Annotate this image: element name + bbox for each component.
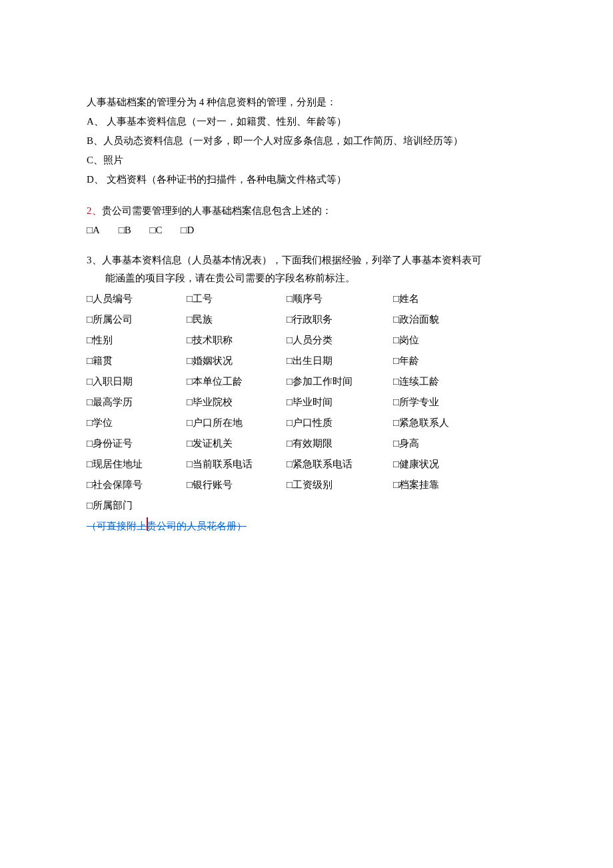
field-checkbox[interactable]: □毕业院校 (187, 393, 287, 411)
field-checkbox[interactable]: □连续工龄 (393, 373, 493, 391)
type-d: D、 文档资料（各种证书的扫描件，各种电脑文件格式等） (87, 171, 526, 189)
checkbox-c[interactable]: □C (149, 221, 162, 239)
q3-line2: 能涵盖的项目字段，请在贵公司需要的字段名称前标注。 (87, 269, 526, 287)
field-checkbox[interactable]: □有效期限 (287, 435, 393, 453)
field-checkbox[interactable]: □健康状况 (393, 455, 493, 473)
type-c: C、照片 (87, 151, 526, 169)
field-checkbox[interactable]: □婚姻状况 (187, 352, 287, 370)
field-checkbox[interactable]: □顺序号 (287, 290, 393, 308)
checkbox-d[interactable]: □D (181, 221, 194, 239)
field-checkbox[interactable]: □所属公司 (87, 311, 187, 329)
field-checkbox[interactable]: □技术职称 (187, 331, 287, 349)
field-checkbox[interactable]: □档案挂靠 (393, 476, 493, 494)
field-checkbox[interactable]: □户口所在地 (187, 414, 287, 432)
field-checkbox[interactable]: □户口性质 (287, 414, 393, 432)
field-checkbox[interactable]: □紧急联系人 (393, 414, 493, 432)
field-checkbox[interactable]: □毕业时间 (287, 393, 393, 411)
field-checkbox[interactable]: □所学专业 (393, 393, 493, 411)
field-checkbox[interactable]: □民族 (187, 311, 287, 329)
question-2: 2、贵公司需要管理到的人事基础档案信息包含上述的： (87, 202, 526, 220)
field-checkbox[interactable]: □身份证号 (87, 435, 187, 453)
field-checkbox[interactable]: □姓名 (393, 290, 493, 308)
checkbox-a[interactable]: □A (87, 221, 100, 239)
q2-number: 2、 (87, 205, 102, 216)
checkbox-b[interactable]: □B (119, 221, 131, 239)
field-checkbox[interactable]: □身高 (393, 435, 493, 453)
field-checkbox[interactable]: □现居住地址 (87, 455, 187, 473)
field-checkbox[interactable]: □当前联系电话 (187, 455, 287, 473)
q3-number: 3、 (87, 255, 102, 265)
field-checkbox[interactable]: □人员编号 (87, 290, 187, 308)
fields-grid: □人员编号□工号□顺序号□姓名□所属公司□民族□行政职务□政治面貌□性别□技术职… (87, 290, 526, 515)
type-a: A、 人事基本资料信息（一对一，如籍贯、性别、年龄等） (87, 113, 526, 131)
field-checkbox[interactable]: □紧急联系电话 (287, 455, 393, 473)
field-checkbox[interactable]: □工号 (187, 290, 287, 308)
field-checkbox[interactable]: □年龄 (393, 352, 493, 370)
field-checkbox[interactable]: □社会保障号 (87, 476, 187, 494)
q3-line1: 人事基本资料信息（人员基本情况表），下面我们根据经验，列举了人事基本资料表可 (102, 255, 482, 265)
field-checkbox[interactable]: □本单位工龄 (187, 373, 287, 391)
type-b: B、人员动态资料信息（一对多，即一个人对应多条信息，如工作简历、培训经历等） (87, 132, 526, 150)
field-checkbox[interactable]: □所属部门 (87, 497, 187, 515)
field-checkbox[interactable]: □入职日期 (87, 373, 187, 391)
field-checkbox[interactable]: □最高学历 (87, 393, 187, 411)
field-checkbox[interactable]: □工资级别 (287, 476, 393, 494)
field-checkbox[interactable]: □出生日期 (287, 352, 393, 370)
field-checkbox[interactable]: □银行账号 (187, 476, 287, 494)
field-checkbox[interactable]: □政治面貌 (393, 311, 493, 329)
strikethrough-note: （可直接附上贵公司的人员花名册） (87, 517, 526, 535)
field-checkbox[interactable]: □人员分类 (287, 331, 393, 349)
field-checkbox[interactable]: □参加工作时间 (287, 373, 393, 391)
field-checkbox[interactable]: □岗位 (393, 331, 493, 349)
revision-mark-icon (147, 517, 148, 531)
field-checkbox[interactable]: □性别 (87, 331, 187, 349)
field-checkbox[interactable]: □发证机关 (187, 435, 287, 453)
question-3: 3、人事基本资料信息（人员基本情况表），下面我们根据经验，列举了人事基本资料表可 (87, 251, 526, 269)
q2-options: □A □B □C □D (87, 221, 526, 239)
field-checkbox[interactable]: □行政职务 (287, 311, 393, 329)
field-checkbox[interactable]: □学位 (87, 414, 187, 432)
field-checkbox[interactable]: □籍贯 (87, 352, 187, 370)
q2-text: 贵公司需要管理到的人事基础档案信息包含上述的： (102, 205, 332, 216)
intro-text: 人事基础档案的管理分为 4 种信息资料的管理，分别是： (87, 93, 526, 111)
